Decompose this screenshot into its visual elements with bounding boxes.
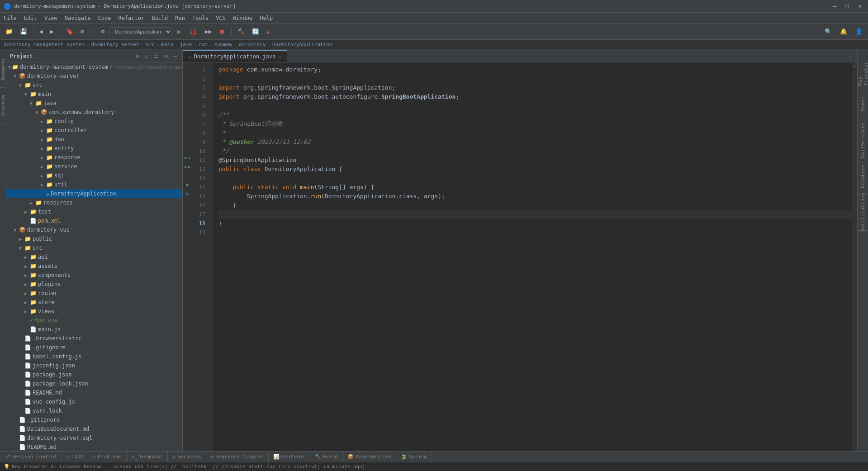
toolbar-notifications-btn[interactable]: 🔔 [837,26,850,37]
toolbar-settings-btn[interactable]: ⚙ [78,26,87,37]
tree-item-gitignore[interactable]: 📄 .gitignore [6,415,182,424]
tree-item-views[interactable]: ▶ 📁 views [6,307,182,316]
tree-item-util[interactable]: ▶ 📁 util [6,180,182,189]
toolbar-open-btn[interactable]: 📁 [3,26,15,37]
bottom-tab-profiler[interactable]: 📊 Profiler [269,452,310,462]
tree-item-router[interactable]: ▶ 📁 router [6,289,182,298]
tree-item-resources[interactable]: ▶ 📁 resources [6,198,182,207]
tab-split-btn[interactable]: ⋮ [847,55,854,62]
breadcrumb-dormitory[interactable]: dormitory [239,42,266,48]
gutter-run-14[interactable]: ▶ [186,182,190,188]
tree-item-store[interactable]: ▶ 📁 store [6,298,182,307]
tree-item-package-lock[interactable]: 📄 package-lock.json [6,379,182,388]
bottom-tab-terminal[interactable]: >_ Terminal [127,452,168,462]
tree-item-test[interactable]: ▶ 📁 test [6,207,182,216]
tree-item-readme-root[interactable]: 📄 README.md [6,442,182,451]
maven-panel-tab[interactable]: Maven [858,86,868,122]
tree-item-root[interactable]: ▼ 📁 dormitory-management-system F:\xunma… [6,62,182,71]
breadcrumb-src[interactable]: src [146,42,155,48]
breadcrumb-module[interactable]: dormitory-server [91,42,139,48]
bottom-tab-build[interactable]: 🔨 Build [310,452,343,462]
tree-item-src[interactable]: ▼ 📁 src [6,81,182,90]
tree-item-package[interactable]: ▼ 📦 com.xunmaw.dormitory [6,108,182,117]
tree-item-yarn-lock[interactable]: 📄 yarn.lock [6,406,182,415]
menu-code[interactable]: Code [95,13,115,23]
breadcrumb-xunmaw[interactable]: xunmaw [214,42,232,48]
toolbar-search-everywhere-btn[interactable]: 🔍 [822,26,835,37]
minimize-button[interactable]: — [830,2,840,10]
tree-item-dormitory-vue[interactable]: ▼ 📦 dormitory-vue [6,225,182,234]
menu-tools[interactable]: Tools [189,13,212,23]
code-content[interactable]: package com.xunmaw.dormitory; import org… [213,62,852,451]
tab-close-btn[interactable]: ✕ [278,54,281,60]
bottom-tab-spring[interactable]: 🍃 Spring [396,452,432,462]
tree-item-public[interactable]: ▶ 📁 public [6,234,182,243]
notifications-panel-tab[interactable]: Notifications [858,195,868,231]
bottom-tab-services[interactable]: ⚙ Services [168,452,206,462]
toolbar-back-btn[interactable]: ◀ [37,26,46,37]
menu-vcs[interactable]: VCS [212,13,229,23]
tree-item-assets[interactable]: ▶ 📁 assets [6,262,182,271]
toolbar-stop-btn[interactable]: ⏹ [217,26,228,37]
toolbar-bookmark-btn[interactable]: 🔖 [63,26,76,37]
menu-help[interactable]: Help [256,13,276,23]
toolbar-run-cfg-settings[interactable]: ⚙ [98,26,107,37]
breadcrumb-project[interactable]: dormitory-management-system [4,42,85,48]
toolbar-updates-btn[interactable]: 👤 [853,26,865,37]
tree-item-pom[interactable]: 📄 pom.xml [6,216,182,225]
toolbar-run-btn[interactable]: ▶ [174,25,184,38]
menu-run[interactable]: Run [171,13,189,23]
breadcrumb-main[interactable]: main [161,42,174,48]
breadcrumb-java[interactable]: java [180,42,192,48]
toolbar-reload-btn[interactable]: 🔄 [249,26,262,37]
toolbar-save-btn[interactable]: 💾 [17,26,30,37]
tree-item-main[interactable]: ▼ 📁 main [6,90,182,99]
menu-view[interactable]: View [41,13,61,23]
menu-file[interactable]: File [0,13,20,23]
panel-gear-btn[interactable]: ⚙ [162,52,170,60]
panel-sort-btn[interactable]: ≡ [143,52,150,60]
tree-item-dormitory-application[interactable]: ☕ DormitoryApplication [6,189,182,198]
tree-item-dao[interactable]: ▶ 📁 dao [6,135,182,144]
tree-item-babel-config[interactable]: 📄 babel.config.js [6,352,182,361]
tree-item-api[interactable]: ▶ 📁 api [6,252,182,262]
breadcrumb-com[interactable]: com [199,42,208,48]
tree-item-plugins[interactable]: ▶ 📁 plugins [6,280,182,289]
bottom-tab-version-control[interactable]: ⎇ Version Control [0,452,62,462]
close-button[interactable]: ✕ [855,2,864,10]
tree-item-entity[interactable]: ▶ 📁 entity [6,144,182,153]
tree-item-dormitory-server[interactable]: ▼ 📦 dormitory-server [6,71,182,81]
panel-filter-btn[interactable]: ☰ [152,52,161,60]
tree-item-browserslistrc[interactable]: 📄 .browserslistrc [6,334,182,343]
toolbar-sdk-btn[interactable]: ☕ [264,26,273,37]
run-configuration-select[interactable]: DormitoryApplication [109,27,172,36]
code-editor[interactable]: ▶ ✓ ▶ ▶ ▶ ◻ 1 2 3 [183,62,857,451]
tree-item-gitignore-vue[interactable]: 📄 .gitignore [6,343,182,352]
toolbar-forward-btn[interactable]: ▶ [47,26,57,37]
toolbar-build-btn[interactable]: 🔨 [235,26,247,37]
tree-item-sql-file[interactable]: 📄 dormitory-server.sql [6,433,182,442]
tree-item-service[interactable]: ▶ 📁 service [6,162,182,171]
toolbar-debug-btn[interactable]: 🐞 [186,25,200,38]
tree-item-java[interactable]: ▼ 📁 java [6,99,182,108]
tree-item-controller[interactable]: ▶ 📁 controller [6,126,182,135]
menu-refactor[interactable]: Refactor [114,13,148,23]
tree-item-vue-config[interactable]: 📄 vue.config.js [6,397,182,406]
tree-item-main-js[interactable]: 📄 main.js [6,325,182,334]
editor-tab-dormitory-application[interactable]: ☕ DormitoryApplication.java ✕ [183,50,287,62]
toolbar-coverage-btn[interactable]: ▶▶ [202,26,215,37]
tree-item-config[interactable]: ▶ 📁 config [6,117,182,126]
menu-build[interactable]: Build [148,13,171,23]
menu-window[interactable]: Window [229,13,256,23]
bottom-tab-sequence-diagram[interactable]: ≋ Sequence Diagram [206,452,269,462]
tree-item-response[interactable]: ▶ 📁 response [6,153,182,162]
maximize-button[interactable]: ❐ [843,2,852,10]
tree-item-jsconfig[interactable]: 📄 jsconfig.json [6,361,182,370]
structure-panel-tab[interactable]: Structure [0,88,6,124]
menu-navigate[interactable]: Navigate [61,13,95,23]
tree-item-app-vue[interactable]: ✓ App.vue [6,316,182,325]
bottom-tab-problems[interactable]: ⚠ Problems [88,452,127,462]
tree-item-readme-vue[interactable]: 📄 README.md [6,388,182,397]
key-promoter-panel-tab[interactable]: Key Promoter [858,50,868,86]
railservices-panel-tab[interactable]: RailServices [858,122,868,158]
